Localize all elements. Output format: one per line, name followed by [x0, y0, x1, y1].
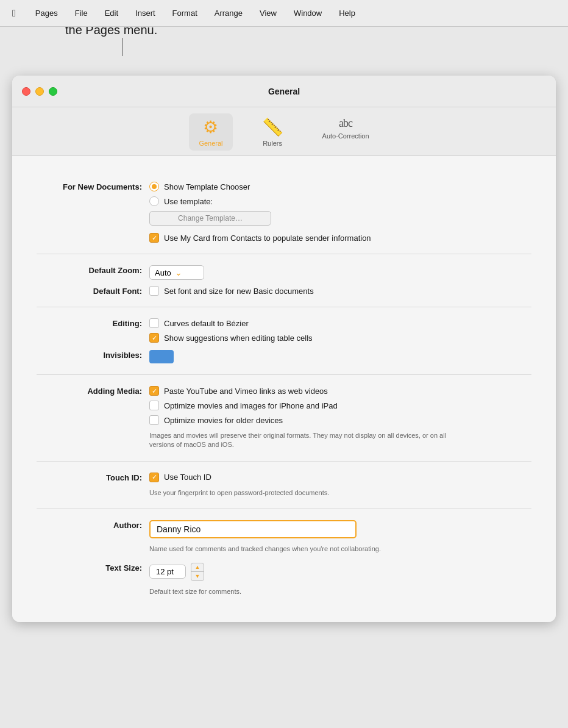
- maximize-button[interactable]: [49, 87, 57, 96]
- change-template-button[interactable]: Change Template…: [149, 211, 271, 226]
- traffic-lights: [22, 87, 57, 96]
- view-menu[interactable]: View: [257, 7, 279, 19]
- optimize-older-row[interactable]: Optimize movies for older devices: [149, 415, 531, 425]
- settings-content: For New Documents: Show Template Chooser…: [12, 156, 556, 622]
- gear-icon: ⚙: [203, 117, 218, 137]
- ruler-icon: 📏: [262, 117, 283, 137]
- arrange-menu[interactable]: Arrange: [212, 7, 245, 19]
- callout-line: [122, 38, 122, 56]
- use-touch-id-text: Use Touch ID: [164, 473, 211, 482]
- use-template-radio[interactable]: [149, 196, 159, 206]
- invisibles-label: Invisibles:: [37, 350, 149, 360]
- adding-media-controls: ✓ Paste YouTube and Vimeo links as web v…: [149, 386, 531, 450]
- minimize-button[interactable]: [35, 87, 44, 96]
- titlebar: General: [12, 76, 556, 107]
- paste-youtube-label: Paste YouTube and Vimeo links as web vid…: [164, 387, 328, 396]
- new-documents-label: For New Documents:: [37, 182, 149, 191]
- text-size-controls: 12 pt ▲ ▼ Default text size for comments…: [149, 563, 531, 596]
- editing-label: Editing:: [37, 318, 149, 328]
- default-zoom-controls: Auto ⌄: [149, 265, 531, 280]
- stepper-buttons: ▲ ▼: [191, 563, 204, 581]
- invisibles-controls: [149, 350, 531, 363]
- default-font-check-row[interactable]: Set font and size for new Basic document…: [149, 286, 531, 296]
- touch-id-controls: ✓ Use Touch ID Use your fingerprint to o…: [149, 473, 531, 498]
- editing-row: Editing: Curves default to Bézier ✓ Show…: [37, 318, 531, 343]
- touch-id-label: Touch ID:: [37, 473, 149, 482]
- tab-general-label: General: [199, 140, 222, 147]
- show-template-radio[interactable]: [149, 182, 159, 191]
- author-desc: Name used for comments and tracked chang…: [149, 543, 454, 554]
- zoom-font-section: Default Zoom: Auto ⌄ Default Font: Set f…: [37, 254, 531, 307]
- tab-autocorrection[interactable]: abc Auto-Correction: [313, 113, 379, 151]
- show-suggestions-row[interactable]: ✓ Show suggestions when editing table ce…: [149, 333, 531, 343]
- tab-bar: ⚙ General 📏 Rulers abc Auto-Correction: [12, 107, 556, 156]
- curves-bezier-checkbox[interactable]: [149, 318, 159, 328]
- author-row: Author: Name used for comments and track…: [37, 520, 531, 554]
- default-font-label: Default Font:: [37, 286, 149, 296]
- tab-autocorrection-label: Auto-Correction: [322, 132, 369, 140]
- edit-menu[interactable]: Edit: [102, 7, 121, 19]
- editing-section: Editing: Curves default to Bézier ✓ Show…: [37, 307, 531, 375]
- dropdown-arrow-icon: ⌄: [175, 268, 182, 277]
- curves-bezier-row[interactable]: Curves default to Bézier: [149, 318, 531, 328]
- invisibles-row: Invisibles:: [37, 350, 531, 363]
- adding-media-desc: Images and movies will preserve their or…: [149, 430, 454, 450]
- use-my-card-row[interactable]: ✓ Use My Card from Contacts to populate …: [149, 233, 531, 243]
- zoom-value: Auto: [155, 268, 171, 277]
- optimize-iphone-checkbox[interactable]: [149, 401, 159, 410]
- curves-bezier-label: Curves default to Bézier: [164, 319, 249, 328]
- tab-rulers[interactable]: 📏 Rulers: [252, 113, 293, 151]
- author-label: Author:: [37, 520, 149, 530]
- text-size-label: Text Size:: [37, 563, 149, 573]
- adding-media-section: Adding Media: ✓ Paste YouTube and Vimeo …: [37, 375, 531, 462]
- optimize-iphone-label: Optimize movies and images for iPhone an…: [164, 401, 338, 410]
- adding-media-row: Adding Media: ✓ Paste YouTube and Vimeo …: [37, 386, 531, 450]
- use-template-row[interactable]: Use template:: [149, 196, 531, 206]
- touch-id-row: Touch ID: ✓ Use Touch ID Use your finger…: [37, 473, 531, 498]
- new-documents-section: For New Documents: Show Template Chooser…: [37, 171, 531, 254]
- show-suggestions-checkbox[interactable]: ✓: [149, 333, 159, 343]
- file-menu[interactable]: File: [73, 7, 90, 19]
- show-template-row[interactable]: Show Template Chooser: [149, 182, 531, 191]
- new-documents-row: For New Documents: Show Template Chooser…: [37, 182, 531, 243]
- show-template-label: Show Template Chooser: [164, 182, 250, 191]
- author-controls: Name used for comments and tracked chang…: [149, 520, 531, 554]
- default-font-text: Set font and size for new Basic document…: [164, 287, 314, 296]
- text-size-value: 12 pt: [149, 565, 186, 579]
- optimize-older-checkbox[interactable]: [149, 415, 159, 425]
- zoom-dropdown[interactable]: Auto ⌄: [149, 265, 204, 280]
- show-suggestions-label: Show suggestions when editing table cell…: [164, 334, 313, 343]
- tab-general[interactable]: ⚙ General: [189, 113, 232, 151]
- close-button[interactable]: [22, 87, 30, 96]
- default-font-checkbox[interactable]: [149, 286, 159, 296]
- paste-youtube-row[interactable]: ✓ Paste YouTube and Vimeo links as web v…: [149, 386, 531, 396]
- default-font-controls: Set font and size for new Basic document…: [149, 286, 531, 296]
- insert-menu[interactable]: Insert: [133, 7, 158, 19]
- use-my-card-label: Use My Card from Contacts to populate se…: [164, 234, 371, 243]
- use-touch-id-row[interactable]: ✓ Use Touch ID: [149, 473, 531, 482]
- optimize-older-label: Optimize movies for older devices: [164, 416, 283, 425]
- use-my-card-checkbox[interactable]: ✓: [149, 233, 159, 243]
- text-size-row: Text Size: 12 pt ▲ ▼ Default text size f…: [37, 563, 531, 596]
- help-menu[interactable]: Help: [336, 7, 358, 19]
- apple-menu[interactable]: : [10, 7, 18, 20]
- use-touch-id-checkbox[interactable]: ✓: [149, 473, 159, 482]
- text-size-stepper: 12 pt ▲ ▼: [149, 563, 531, 581]
- touch-id-desc: Use your fingerprint to open password-pr…: [149, 487, 454, 498]
- touch-id-section: Touch ID: ✓ Use Touch ID Use your finger…: [37, 462, 531, 509]
- optimize-iphone-row[interactable]: Optimize movies and images for iPhone an…: [149, 401, 531, 410]
- stepper-down-button[interactable]: ▼: [191, 572, 204, 580]
- default-font-row: Default Font: Set font and size for new …: [37, 286, 531, 296]
- author-input[interactable]: [149, 520, 357, 538]
- pages-menu[interactable]: Pages: [33, 7, 60, 19]
- format-menu[interactable]: Format: [170, 7, 200, 19]
- paste-youtube-checkbox[interactable]: ✓: [149, 386, 159, 396]
- window-menu[interactable]: Window: [291, 7, 324, 19]
- tab-rulers-label: Rulers: [263, 140, 282, 147]
- editing-controls: Curves default to Bézier ✓ Show suggesti…: [149, 318, 531, 343]
- stepper-up-button[interactable]: ▲: [191, 563, 204, 572]
- menubar:  Pages File Edit Insert Format Arrange …: [0, 0, 568, 27]
- invisibles-color-swatch[interactable]: [149, 350, 174, 363]
- window-title: General: [268, 87, 300, 96]
- author-section: Author: Name used for comments and track…: [37, 509, 531, 607]
